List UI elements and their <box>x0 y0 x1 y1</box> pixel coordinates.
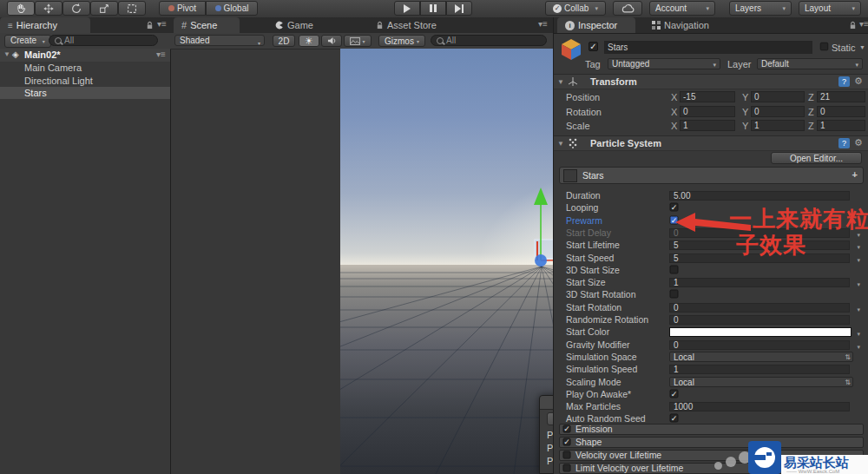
layer-dropdown[interactable]: Default ▾ <box>757 58 863 69</box>
hierarchy-item-stars[interactable]: Stars <box>0 87 170 99</box>
lighting-toggle-button[interactable]: ☀ <box>299 35 319 47</box>
particle-module-main-bar[interactable]: Stars + <box>559 167 864 184</box>
help-book-icon[interactable]: ? <box>838 138 850 148</box>
dropdown-arrow-icon[interactable]: ▾ <box>857 328 860 339</box>
pivot-toggle-button[interactable]: Pivot <box>159 1 206 16</box>
module-checkbox[interactable] <box>563 451 571 459</box>
ps-enum-simulation-space[interactable]: Local⇅ <box>669 352 853 362</box>
plus-icon[interactable]: + <box>852 169 858 180</box>
tab-game[interactable]: Game <box>267 17 328 33</box>
audio-toggle-button[interactable] <box>321 35 342 47</box>
gear-icon[interactable]: ⚙ <box>854 76 863 87</box>
foldout-arrow-icon[interactable]: ▼ <box>557 78 564 86</box>
transform-rotation-x-field[interactable]: 0 <box>680 106 735 117</box>
gameobject-name-field[interactable]: Stars <box>604 41 812 54</box>
ps-field-simulation-speed[interactable]: 1 <box>669 365 850 374</box>
collab-button[interactable]: ✓ Collab▾ <box>545 1 606 16</box>
ps-field-start-size[interactable]: 1 <box>669 278 850 287</box>
module-checkbox[interactable]: ✓ <box>563 425 571 433</box>
ps-checkbox-3d-start-size[interactable] <box>670 265 679 273</box>
2d-toggle-button[interactable]: 2D <box>273 35 295 47</box>
lock-icon[interactable] <box>849 21 857 30</box>
module-bar-velocity-over-lifetime[interactable]: Velocity over Lifetime <box>559 450 864 461</box>
gizmos-dropdown[interactable]: Gizmos▾ <box>378 35 425 47</box>
ps-enum-scaling-mode[interactable]: Local⇅ <box>669 377 853 387</box>
open-editor-button[interactable]: Open Editor... <box>771 152 862 164</box>
gameobject-active-checkbox[interactable]: ✓ <box>589 42 598 51</box>
hierarchy-menu-icon[interactable]: ▾≡ <box>157 19 167 29</box>
ps-field-start-speed[interactable]: 5 <box>669 253 850 263</box>
step-button[interactable] <box>446 1 472 16</box>
rotate-tool-button[interactable] <box>62 1 90 16</box>
tab-navigation[interactable]: Navigation <box>644 17 727 33</box>
dropdown-arrow-icon[interactable]: ▾ <box>857 341 860 352</box>
transform-rotation-z-field[interactable]: 0 <box>817 106 865 117</box>
ps-checkbox-3d-start-rotation[interactable] <box>670 290 679 299</box>
scene-menu-icon[interactable]: ▾≡ <box>156 49 166 59</box>
account-dropdown[interactable]: Account▾ <box>649 1 715 16</box>
play-button[interactable] <box>394 1 420 16</box>
scene-root-row[interactable]: ▼ ◈ Main02* ▾≡ <box>0 49 170 62</box>
module-checkbox[interactable] <box>563 464 571 472</box>
scene-panel-menu-icon[interactable]: ▾≡ <box>538 19 548 29</box>
hierarchy-item-directional-light[interactable]: Directional Light <box>0 75 170 87</box>
dropdown-arrow-icon[interactable]: ▾ <box>857 304 860 315</box>
module-checkbox[interactable]: ✓ <box>563 438 571 446</box>
scale-tool-button[interactable] <box>90 1 118 16</box>
dropdown-arrow-icon[interactable]: ▾ <box>857 279 860 290</box>
lock-icon[interactable] <box>146 21 154 30</box>
transform-rotation-y-field[interactable]: 0 <box>751 106 805 117</box>
transform-scale-z-field[interactable]: 1 <box>817 120 865 131</box>
static-dropdown-icon[interactable]: ▼ <box>859 44 865 50</box>
transform-scale-y-field[interactable]: 1 <box>751 120 805 131</box>
ps-field-randomize-rotation[interactable]: 0 <box>669 315 850 325</box>
layers-dropdown[interactable]: Layers▾ <box>729 1 792 16</box>
scene-search-input[interactable]: All <box>431 35 547 46</box>
transform-position-y-field[interactable]: 0 <box>751 91 805 102</box>
tab-hierarchy[interactable]: ≡ Hierarchy <box>0 17 90 33</box>
foldout-arrow-icon[interactable]: ▼ <box>3 50 10 58</box>
tag-dropdown[interactable]: Untagged ▾ <box>608 58 720 69</box>
ps-checkbox-looping[interactable]: ✓ <box>670 203 679 212</box>
ps-checkbox-play-on-awake[interactable]: ✓ <box>670 389 679 398</box>
dropdown-arrow-icon[interactable]: ▾ <box>857 254 860 266</box>
hierarchy-search-input[interactable]: All <box>49 35 158 46</box>
particle-system-header[interactable]: ▼ Particle System ? ⚙ <box>554 135 868 151</box>
hand-tool-button[interactable] <box>7 1 35 16</box>
foldout-arrow-icon[interactable]: ▼ <box>557 140 564 148</box>
dropdown-arrow-icon[interactable]: ▾ <box>857 241 860 253</box>
transform-position-x-field[interactable]: -15 <box>680 91 735 102</box>
effects-dropdown-button[interactable]: ▾ <box>344 35 372 47</box>
tab-scene[interactable]: # Scene <box>174 17 240 33</box>
ps-checkbox-auto-random-seed[interactable]: ✓ <box>670 414 679 423</box>
module-bar-emission[interactable]: ✓Emission <box>559 424 864 435</box>
ps-field-start-rotation[interactable]: 0 <box>669 303 850 313</box>
create-button[interactable]: Create ▾ <box>4 35 51 48</box>
module-bar-limit-velocity-over-lifetime[interactable]: Limit Velocity over Lifetime <box>559 463 864 474</box>
start-color-swatch[interactable] <box>669 327 852 337</box>
cloud-button[interactable] <box>613 1 642 16</box>
static-checkbox[interactable] <box>820 43 828 50</box>
global-toggle-button[interactable]: Global <box>206 1 258 16</box>
ps-field-max-particles[interactable]: 1000 <box>669 402 850 411</box>
tab-asset-store[interactable]: Asset Store <box>368 17 455 33</box>
hierarchy-item-main-camera[interactable]: Main Camera <box>0 62 170 74</box>
gear-icon[interactable]: ⚙ <box>854 137 863 148</box>
module-bar-shape[interactable]: ✓Shape <box>559 437 864 448</box>
transform-scale-x-field[interactable]: 1 <box>680 120 735 131</box>
ps-field-start-lifetime[interactable]: 5 <box>669 240 850 250</box>
tab-inspector[interactable]: i Inspector <box>557 17 635 33</box>
ps-field-gravity-modifier[interactable]: 0 <box>669 340 850 350</box>
transform-position-z-field[interactable]: 21 <box>817 91 865 102</box>
layout-dropdown[interactable]: Layout▾ <box>799 1 861 16</box>
static-label: Static <box>832 43 856 53</box>
pause-button[interactable] <box>420 1 446 16</box>
dropdown-arrow-icon[interactable]: ▾ <box>857 229 860 240</box>
shading-mode-dropdown[interactable]: Shaded ▾ <box>174 35 265 46</box>
transform-header[interactable]: ▼ Transform ? ⚙ <box>554 74 868 89</box>
inspector-menu-icon[interactable]: ▾≡ <box>859 19 868 29</box>
help-book-icon[interactable]: ? <box>838 76 850 87</box>
move-tool-button[interactable] <box>35 1 62 16</box>
rect-tool-button[interactable] <box>118 1 146 16</box>
ps-field-duration[interactable]: 5.00 <box>669 191 850 201</box>
